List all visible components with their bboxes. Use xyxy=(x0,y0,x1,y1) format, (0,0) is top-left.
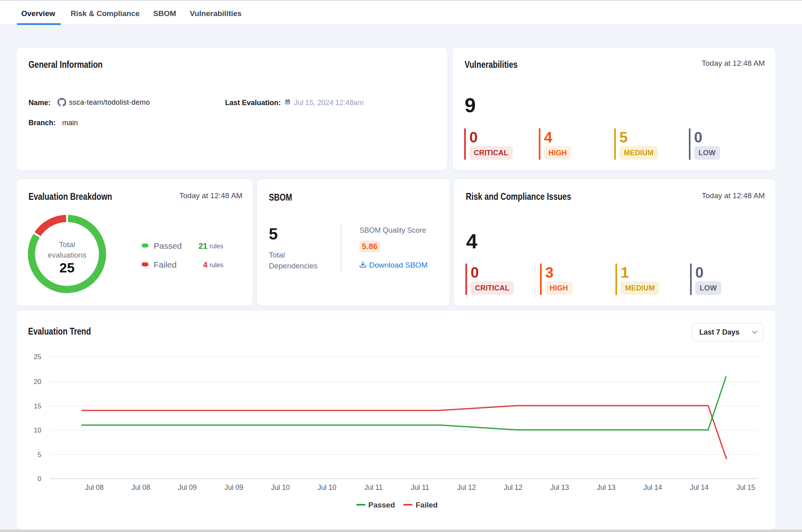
svg-text:Jul 15: Jul 15 xyxy=(737,483,755,491)
svg-text:Jul 13: Jul 13 xyxy=(550,483,569,491)
svg-text:Failed: Failed xyxy=(416,501,438,509)
svg-text:Jul 08: Jul 08 xyxy=(85,483,104,491)
svg-text:Jul 12: Jul 12 xyxy=(504,483,523,491)
svg-text:0: 0 xyxy=(38,475,41,483)
svg-text:Jul 14: Jul 14 xyxy=(644,483,662,491)
svg-text:10: 10 xyxy=(34,426,41,434)
svg-text:Passed: Passed xyxy=(368,501,395,509)
svg-text:Jul 09: Jul 09 xyxy=(178,483,197,491)
svg-text:Jul 13: Jul 13 xyxy=(597,483,616,491)
svg-text:Jul 10: Jul 10 xyxy=(318,483,337,491)
svg-text:25: 25 xyxy=(34,353,41,361)
svg-text:5: 5 xyxy=(38,451,41,459)
svg-text:Jul 10: Jul 10 xyxy=(271,483,290,491)
svg-text:Jul 12: Jul 12 xyxy=(457,483,476,491)
svg-text:20: 20 xyxy=(34,378,41,386)
svg-text:Jul 08: Jul 08 xyxy=(132,483,150,491)
svg-text:15: 15 xyxy=(34,402,41,410)
svg-text:Jul 14: Jul 14 xyxy=(690,483,709,491)
svg-text:Jul 11: Jul 11 xyxy=(364,483,382,491)
svg-text:Jul 11: Jul 11 xyxy=(411,483,429,491)
svg-text:Jul 09: Jul 09 xyxy=(225,483,244,491)
